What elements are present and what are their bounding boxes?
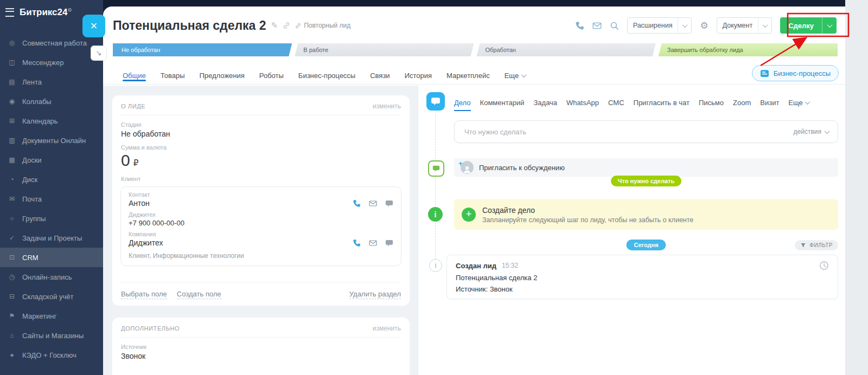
clock-icon [819, 261, 829, 270]
create-deal-button[interactable]: Сделку [780, 17, 837, 34]
sidebar-item-boards[interactable]: ▦Доски [0, 150, 103, 170]
tab-whatsapp[interactable]: WhatsApp [566, 99, 599, 107]
lead-stage-bar: Не обработан В работе Обработан Завершит… [113, 43, 838, 56]
sidebar-item-warehouse[interactable]: ⊟Складской учёт [0, 287, 103, 306]
sidebar-item-tasks-projects[interactable]: ✓Задачи и Проекты [0, 228, 103, 248]
sidebar-item-sites-stores[interactable]: ⌂Сайты и Магазины [0, 326, 103, 345]
booking-icon: ◷ [7, 273, 17, 281]
tab-letter[interactable]: Письмо [699, 99, 724, 107]
sidebar-item-kedo[interactable]: ●КЭДО + Госключ [0, 345, 103, 365]
sidebar-item-docs-online[interactable]: ▥Документы Онлайн [0, 131, 103, 150]
sidebar-item-calendar[interactable]: ⊞Календарь [0, 111, 103, 131]
tab-more[interactable]: Еще [505, 72, 526, 80]
todo-input[interactable] [463, 127, 794, 137]
contact-email-icon[interactable] [369, 199, 377, 208]
chevron-down-icon[interactable] [678, 18, 691, 33]
tab-general[interactable]: Общие [123, 72, 146, 80]
tab-comment[interactable]: Комментарий [480, 99, 525, 107]
stage-finish-processing[interactable]: Завершить обработку лида [659, 43, 838, 56]
bitrix24-logo[interactable]: Битрикс24⊙ [20, 7, 72, 18]
tab-business-processes[interactable]: Бизнес-процессы [298, 72, 355, 80]
hint-title[interactable]: Создайте дело [482, 206, 693, 215]
company-chat-icon[interactable] [385, 239, 393, 247]
chevron-down-icon [825, 128, 830, 134]
sidebar-item-messenger[interactable]: ◫Мессенджер [0, 53, 103, 72]
tab-activity[interactable]: Дело [454, 99, 471, 107]
tab-task[interactable]: Задача [533, 99, 557, 107]
activity-chat-icon [426, 92, 445, 111]
company-call-icon[interactable] [353, 239, 361, 247]
business-processes-button[interactable]: Бизнес-процессы [752, 65, 839, 81]
collapse-arrow-icon: ↘ [96, 49, 102, 57]
entry-line2: Источник: Звонок [456, 285, 829, 293]
edit-section-link[interactable]: изменить [373, 325, 401, 332]
close-slider-button[interactable]: × [82, 15, 105, 37]
funnel-icon [800, 242, 806, 248]
stage-not-processed[interactable]: Не обработан [113, 43, 292, 56]
choose-field-link[interactable]: Выбрать поле [121, 290, 167, 299]
tab-visit[interactable]: Визит [760, 99, 779, 107]
extensions-dropdown[interactable]: Расширения [627, 17, 692, 34]
sidebar-item-collabs[interactable]: ◉Коллабы [0, 92, 103, 111]
document-dropdown[interactable]: Документ [717, 17, 772, 34]
copy-link-icon[interactable] [283, 22, 290, 29]
sidebar-item-mail[interactable]: ✉Почта [0, 189, 103, 209]
sidebar-item-marketing[interactable]: ⚑Маркетинг [0, 306, 103, 326]
contact-chat-icon[interactable] [385, 199, 393, 208]
contact-name-link[interactable]: Антон [129, 199, 150, 208]
todo-badge-row: Что нужно сделать [454, 176, 838, 186]
company-name-link[interactable]: Диджитех [129, 238, 163, 247]
actions-dropdown[interactable]: действия [794, 128, 829, 135]
sidebar-item-feed[interactable]: ▤Лента [0, 72, 103, 92]
chevron-down-icon[interactable] [822, 17, 837, 34]
kedo-icon: ● [7, 351, 17, 359]
collapse-slider-button[interactable]: ↘ [91, 46, 107, 61]
tab-zoom[interactable]: Zoom [733, 99, 751, 107]
tab-timeline-more[interactable]: Еще [788, 99, 809, 107]
stage-processed[interactable]: Обработан [477, 43, 656, 56]
repeat-lead-badge[interactable]: Повторный лид [295, 22, 350, 29]
tab-products[interactable]: Товары [161, 72, 185, 80]
tab-history[interactable]: История [405, 72, 432, 80]
add-person-icon: + [461, 161, 474, 174]
tab-marketplace[interactable]: Маркетплейс [446, 72, 490, 80]
stage-in-progress[interactable]: В работе [295, 43, 474, 56]
sidebar-item-online-booking[interactable]: ◷Онлайн-запись [0, 267, 103, 287]
sidebar-item-disk[interactable]: ◔Диск [0, 170, 103, 189]
tab-relations[interactable]: Связи [370, 72, 390, 80]
email-icon[interactable] [592, 21, 602, 30]
divider [121, 282, 401, 283]
gear-icon[interactable]: ⚙ [700, 20, 708, 31]
amount-field-value[interactable]: 0₽ [112, 151, 410, 170]
chevron-down-icon[interactable] [758, 18, 771, 33]
timeline-entry-lead-created[interactable]: Создан лид 15:32 Потенциальная сделка 2 … [446, 255, 838, 299]
source-field-value[interactable]: Звонок [112, 350, 410, 360]
edit-section-link[interactable]: изменить [373, 102, 401, 110]
sidebar-item-crm[interactable]: ⊡CRM [0, 248, 103, 267]
todo-input-box: действия [454, 120, 838, 143]
company-email-icon[interactable] [369, 239, 377, 247]
about-lead-section: О ЛИДЕ изменить Стадия Не обработан Сумм… [112, 95, 410, 306]
delete-section-link[interactable]: Удалить раздел [349, 290, 401, 299]
bizproc-icon [760, 69, 769, 78]
entry-line1: Потенциальная сделка 2 [456, 274, 829, 282]
edit-title-icon[interactable]: ✎ [271, 21, 278, 30]
tab-robots[interactable]: Роботы [259, 72, 284, 80]
contact-call-icon[interactable] [353, 199, 361, 208]
search-icon[interactable] [610, 21, 619, 30]
tab-quotes[interactable]: Предложения [199, 72, 244, 80]
filter-button[interactable]: ФИЛЬТР [795, 240, 838, 250]
stage-field-value[interactable]: Не обработан [112, 128, 410, 138]
create-field-link[interactable]: Создать поле [177, 290, 221, 299]
tab-invite-to-chat[interactable]: Пригласить в чат [634, 99, 690, 107]
invite-to-discussion-row[interactable]: + Пригласить к обсуждению [454, 158, 838, 177]
sidebar-item-groups[interactable]: ○Группы [0, 209, 103, 228]
hamburger-menu-icon[interactable] [5, 8, 14, 17]
contact-phone-value[interactable]: +7 900 000-00-00 [129, 219, 393, 227]
timeline-tabs: Дело Комментарий Задача WhatsApp СМС При… [454, 99, 837, 107]
sites-icon: ⌂ [7, 332, 17, 339]
scroll-gutter[interactable] [845, 0, 868, 375]
tab-sms[interactable]: СМС [608, 99, 624, 107]
call-icon[interactable] [575, 21, 584, 30]
add-activity-icon[interactable] [462, 208, 476, 222]
